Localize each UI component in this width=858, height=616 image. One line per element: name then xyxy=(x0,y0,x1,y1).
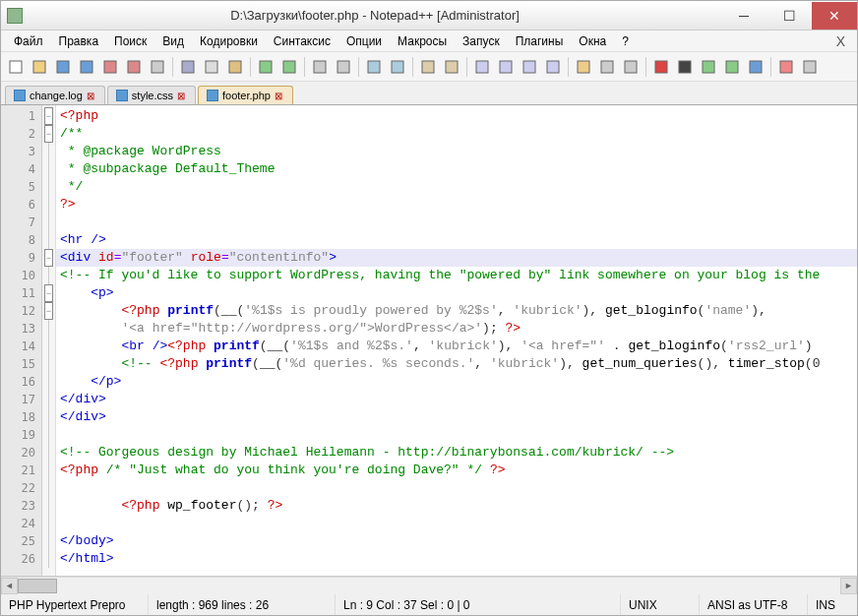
menu-синтаксис[interactable]: Синтаксис xyxy=(267,32,337,50)
record-macro-icon[interactable] xyxy=(650,56,672,78)
save-icon[interactable] xyxy=(52,56,74,78)
code-line[interactable]: <p> xyxy=(56,284,857,302)
paste-icon[interactable] xyxy=(224,56,246,78)
tab-close-icon[interactable]: ⊠ xyxy=(177,91,187,100)
scroll-right-button[interactable]: ► xyxy=(840,578,857,594)
svg-rect-28 xyxy=(726,61,738,73)
app-window: D:\Загрузки\footer.php - Notepad++ [Admi… xyxy=(0,0,858,616)
tab-footer-php[interactable]: footer.php⊠ xyxy=(198,86,293,104)
code-line[interactable] xyxy=(56,515,857,532)
titlebar[interactable]: D:\Загрузки\footer.php - Notepad++ [Admi… xyxy=(1,1,857,31)
fold-toggle[interactable]: − xyxy=(44,302,53,320)
menu-плагины[interactable]: Плагины xyxy=(509,32,571,50)
svg-rect-6 xyxy=(152,61,163,73)
sync-v-icon[interactable] xyxy=(417,56,439,78)
minimize-button[interactable]: ─ xyxy=(721,2,766,30)
file-icon xyxy=(116,90,128,101)
menu-вид[interactable]: Вид xyxy=(155,32,191,50)
menu-правка[interactable]: Правка xyxy=(52,32,106,50)
code-line[interactable]: <!-- Gorgeous design by Michael Heileman… xyxy=(56,444,857,462)
fold-toggle[interactable]: − xyxy=(44,107,53,125)
code-line[interactable]: '<a href="http://wordpress.org/">WordPre… xyxy=(56,320,857,338)
code-editor[interactable]: <?php/** * @package WordPress * @subpack… xyxy=(56,105,857,576)
replace-icon[interactable] xyxy=(333,56,354,78)
new-file-icon[interactable] xyxy=(5,56,27,78)
menu-файл[interactable]: Файл xyxy=(7,32,50,50)
spellcheck-icon[interactable] xyxy=(775,56,797,78)
maximize-button[interactable]: ☐ xyxy=(766,2,812,30)
scroll-left-button[interactable]: ◄ xyxy=(1,578,18,594)
code-line[interactable] xyxy=(56,479,857,497)
menu-окна[interactable]: Окна xyxy=(572,32,613,50)
code-line[interactable]: <?php wp_footer(); ?> xyxy=(56,497,857,515)
code-line[interactable]: </html> xyxy=(56,550,857,568)
print-icon[interactable] xyxy=(147,56,168,78)
whitespace-icon[interactable] xyxy=(495,56,517,78)
zoom-in-icon[interactable] xyxy=(363,56,385,78)
close-icon[interactable] xyxy=(99,56,121,78)
tab-close-icon[interactable]: ⊠ xyxy=(275,91,284,100)
zoom-out-icon[interactable] xyxy=(387,56,408,78)
code-line[interactable]: <div id="footer" role="contentinfo"> xyxy=(56,249,857,267)
menu-опции[interactable]: Опции xyxy=(339,32,389,50)
code-line[interactable]: <?php printf(__('%1$s is proudly powered… xyxy=(56,302,857,320)
fold-column[interactable]: −−−−− xyxy=(42,105,56,576)
code-line[interactable] xyxy=(56,214,857,231)
scroll-track[interactable] xyxy=(18,578,840,594)
code-line[interactable]: </div> xyxy=(56,391,857,408)
code-line[interactable]: <?php /* "Just what do you think you're … xyxy=(56,462,857,479)
fold-toggle[interactable]: − xyxy=(44,125,53,143)
code-line[interactable]: * @package WordPress xyxy=(56,143,857,160)
code-line[interactable]: </div> xyxy=(56,408,857,426)
sync-h-icon[interactable] xyxy=(441,56,462,78)
code-line[interactable]: <!-- If you'd like to support WordPress,… xyxy=(56,267,857,284)
code-line[interactable]: <hr /> xyxy=(56,231,857,249)
menu-?[interactable]: ? xyxy=(615,32,636,50)
tab-style-css[interactable]: style.css⊠ xyxy=(107,86,196,104)
menu-поиск[interactable]: Поиск xyxy=(107,32,153,50)
code-line[interactable]: * @subpackage Default_Theme xyxy=(56,160,857,178)
lang-icon[interactable] xyxy=(542,56,564,78)
horizontal-scrollbar[interactable]: ◄ ► xyxy=(1,577,857,593)
copy-icon[interactable] xyxy=(201,56,222,78)
menu-макросы[interactable]: Макросы xyxy=(391,32,454,50)
find-icon[interactable] xyxy=(309,56,331,78)
code-line[interactable]: /** xyxy=(56,125,857,143)
close-all-icon[interactable] xyxy=(123,56,145,78)
svg-rect-24 xyxy=(625,61,637,73)
tab-close-icon[interactable]: ⊠ xyxy=(87,91,96,100)
play-macro-icon[interactable] xyxy=(698,56,719,78)
line-number-gutter[interactable]: 1234567891011121314151617181920212223242… xyxy=(1,105,42,576)
folder-icon[interactable] xyxy=(573,56,594,78)
code-line[interactable]: <br /><?php printf(__('%1$s and %2$s.', … xyxy=(56,338,857,355)
code-line[interactable]: */ xyxy=(56,178,857,196)
doc-switch-icon[interactable] xyxy=(799,56,821,78)
indent-guide-icon[interactable] xyxy=(519,56,540,78)
save-macro-icon[interactable] xyxy=(745,56,766,78)
stop-macro-icon[interactable] xyxy=(674,56,696,78)
svg-rect-15 xyxy=(392,61,403,73)
fold-toggle[interactable]: − xyxy=(44,284,53,302)
code-line[interactable]: <?php xyxy=(56,107,857,125)
func-list-icon[interactable] xyxy=(620,56,642,78)
scroll-thumb[interactable] xyxy=(18,579,57,593)
play-multi-icon[interactable] xyxy=(721,56,743,78)
code-line[interactable] xyxy=(56,426,857,444)
close-button[interactable]: ✕ xyxy=(812,2,857,30)
menu-запуск[interactable]: Запуск xyxy=(456,32,507,50)
wrap-icon[interactable] xyxy=(471,56,493,78)
open-file-icon[interactable] xyxy=(29,56,50,78)
undo-icon[interactable] xyxy=(255,56,276,78)
code-line[interactable]: ?> xyxy=(56,196,857,214)
code-line[interactable]: </body> xyxy=(56,532,857,550)
cut-icon[interactable] xyxy=(177,56,199,78)
menubar-close-icon[interactable]: X xyxy=(830,33,851,49)
doc-map-icon[interactable] xyxy=(596,56,618,78)
fold-toggle[interactable]: − xyxy=(44,249,53,267)
tab-change-log[interactable]: change.log⊠ xyxy=(5,86,105,104)
code-line[interactable]: <!-- <?php printf(__('%d queries. %s sec… xyxy=(56,355,857,373)
redo-icon[interactable] xyxy=(278,56,300,78)
code-line[interactable]: </p> xyxy=(56,373,857,391)
save-all-icon[interactable] xyxy=(76,56,97,78)
menu-кодировки[interactable]: Кодировки xyxy=(193,32,265,50)
